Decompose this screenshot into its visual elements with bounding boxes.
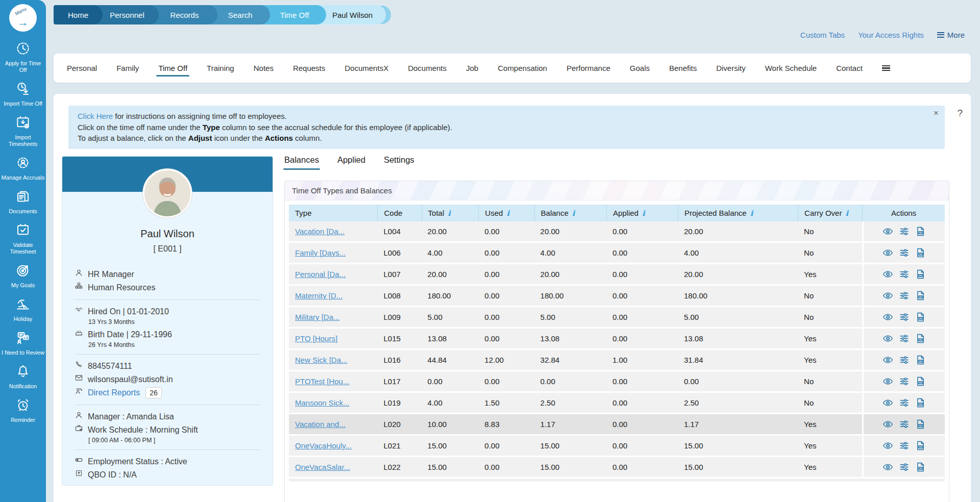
tab-applied[interactable]: Applied xyxy=(337,155,365,170)
sidebar-item-holiday[interactable]: Holiday xyxy=(0,296,46,322)
adjust-action-icon[interactable] xyxy=(899,397,910,408)
log-action-icon[interactable]: LOG xyxy=(915,333,926,344)
view-action-icon[interactable] xyxy=(883,462,893,472)
view-action-icon[interactable] xyxy=(883,333,893,344)
sidebar-item-validate-timesheet[interactable]: Validate Timesheet xyxy=(0,222,46,255)
sidebar-item-i-need-to-review[interactable]: I Need to Review xyxy=(0,330,46,356)
log-action-icon[interactable]: LOG xyxy=(915,226,926,237)
timeoff-type-link[interactable]: PTOTest [Hou... xyxy=(295,377,349,386)
tab-documents[interactable]: Documents xyxy=(408,55,447,81)
tab-training[interactable]: Training xyxy=(207,55,234,81)
log-action-icon[interactable]: LOG xyxy=(915,312,926,322)
adjust-action-icon[interactable] xyxy=(899,355,910,365)
tab-goals[interactable]: Goals xyxy=(630,55,650,81)
sidebar-item-documents[interactable]: Documents xyxy=(0,189,46,215)
timeoff-type-link[interactable]: Vacation [Da... xyxy=(295,227,345,236)
view-action-icon[interactable] xyxy=(883,397,893,408)
tab-work-schedule[interactable]: Work Schedule xyxy=(765,55,817,81)
nav-tab-label: Personnel xyxy=(110,11,144,19)
sidebar-item-my-goals[interactable]: My Goals xyxy=(0,263,46,289)
log-action-icon[interactable]: LOG xyxy=(915,247,926,258)
tab-documentsx[interactable]: DocumentsX xyxy=(345,55,388,81)
custom-tabs-link[interactable]: Custom Tabs xyxy=(800,31,845,39)
click-here-link[interactable]: Click Here xyxy=(78,112,113,120)
adjust-action-icon[interactable] xyxy=(899,419,910,430)
timeoff-type-link[interactable]: PTO [Hours] xyxy=(295,334,337,343)
view-action-icon[interactable] xyxy=(883,290,893,301)
access-rights-link[interactable]: Your Access Rights xyxy=(858,31,924,39)
tab-notes[interactable]: Notes xyxy=(254,55,274,81)
nav-tab-home[interactable]: Home xyxy=(54,5,103,24)
view-action-icon[interactable] xyxy=(883,376,893,387)
log-action-icon[interactable]: LOG xyxy=(915,440,926,451)
view-action-icon[interactable] xyxy=(883,419,893,430)
cell-value: 5.00 xyxy=(428,313,443,321)
view-action-icon[interactable] xyxy=(883,247,893,258)
tab-family[interactable]: Family xyxy=(116,55,139,81)
info-icon[interactable]: i xyxy=(506,209,509,217)
info-icon[interactable]: i xyxy=(572,209,575,217)
timeoff-type-link[interactable]: New Sick [Da... xyxy=(295,356,348,364)
tab-settings[interactable]: Settings xyxy=(384,155,414,170)
view-action-icon[interactable] xyxy=(883,355,893,365)
tab-personal[interactable]: Personal xyxy=(67,55,97,81)
tab-time-off[interactable]: Time Off xyxy=(158,55,187,81)
sidebar-item-reminder[interactable]: Reminder xyxy=(0,397,46,423)
adjust-action-icon[interactable] xyxy=(899,247,910,258)
log-action-icon[interactable]: LOG xyxy=(915,355,926,365)
timeoff-type-link[interactable]: Maternity [D... xyxy=(295,291,342,300)
tab-diversity[interactable]: Diversity xyxy=(716,55,746,81)
adjust-action-icon[interactable] xyxy=(899,440,910,451)
toggle-icon xyxy=(75,455,83,468)
direct-reports-link[interactable]: Direct Reports xyxy=(88,386,140,399)
view-action-icon[interactable] xyxy=(883,269,893,280)
tab-compensation[interactable]: Compensation xyxy=(498,55,547,81)
adjust-action-icon[interactable] xyxy=(899,290,910,301)
log-action-icon[interactable]: LOG xyxy=(915,290,926,301)
help-icon[interactable]: ? xyxy=(957,108,963,119)
adjust-action-icon[interactable] xyxy=(899,226,910,237)
timeoff-type-link[interactable]: Vacation and... xyxy=(295,420,346,429)
tab-benefits[interactable]: Benefits xyxy=(669,55,697,81)
tab-requests[interactable]: Requests xyxy=(293,55,325,81)
tab-balances[interactable]: Balances xyxy=(284,155,319,170)
more-menu[interactable]: More xyxy=(937,31,965,39)
timeoff-type-link[interactable]: OneVacaSalar... xyxy=(295,463,350,471)
timeoff-type-link[interactable]: Family [Days... xyxy=(295,248,346,257)
timeoff-type-link[interactable]: Mansoon Sick... xyxy=(295,398,350,407)
timeoff-type-link[interactable]: Personal [Da... xyxy=(295,270,346,279)
adjust-action-icon[interactable] xyxy=(899,376,910,387)
view-action-icon[interactable] xyxy=(883,312,893,322)
adjust-action-icon[interactable] xyxy=(899,333,910,344)
sidebar-item-notification[interactable]: Notification xyxy=(0,364,46,390)
menu-button[interactable]: Menu → xyxy=(9,4,37,32)
log-action-icon[interactable]: LOG xyxy=(915,269,926,280)
log-action-icon[interactable]: LOG xyxy=(915,462,926,472)
view-action-icon[interactable] xyxy=(883,226,893,237)
tab-performance[interactable]: Performance xyxy=(567,55,610,81)
direct-reports-count-badge[interactable]: 26 xyxy=(145,387,162,398)
tab-contact[interactable]: Contact xyxy=(836,55,863,81)
adjust-action-icon[interactable] xyxy=(899,269,910,280)
log-action-icon[interactable]: LOG xyxy=(915,397,926,408)
log-action-icon[interactable]: LOG xyxy=(915,419,926,430)
sidebar-item-import-time-off[interactable]: Import Time Off xyxy=(0,81,46,107)
sidebar-item-import-timesheets[interactable]: Import Timesheets xyxy=(0,115,46,147)
view-action-icon[interactable] xyxy=(883,440,893,451)
close-icon[interactable]: × xyxy=(934,108,939,119)
adjust-action-icon[interactable] xyxy=(899,462,910,472)
info-icon[interactable]: i xyxy=(448,209,451,217)
timeoff-type-link[interactable]: Military [Da... xyxy=(295,313,340,321)
info-icon[interactable]: i xyxy=(642,209,645,217)
log-action-icon[interactable]: LOG xyxy=(915,376,926,387)
adjust-action-icon[interactable] xyxy=(899,312,910,322)
timeoff-type-link[interactable]: OneVacaHouly... xyxy=(295,441,352,450)
sidebar-item-apply-for-time-off[interactable]: Apply for Time Off xyxy=(0,41,46,73)
cell-carry_over: Yes xyxy=(798,264,862,284)
info-icon[interactable]: i xyxy=(750,209,753,217)
cell-value: 0.00 xyxy=(612,334,627,343)
tab-job[interactable]: Job xyxy=(466,55,478,81)
sidebar-item-manage-accruals[interactable]: Manage Accruals xyxy=(0,155,46,181)
tab-overflow-button[interactable] xyxy=(882,65,890,71)
info-icon[interactable]: i xyxy=(845,209,848,217)
